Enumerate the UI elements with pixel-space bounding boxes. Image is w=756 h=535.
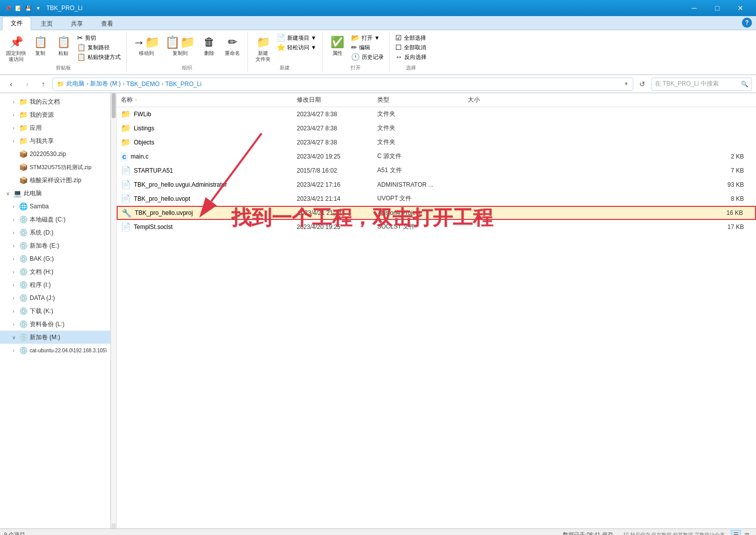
maximize-button[interactable]: □ [706,0,729,16]
sidebar-item-zip2[interactable]: 📦 STM32U575功耗测试.zip [0,161,110,174]
delete-button[interactable]: 🗑 删除 [198,33,220,57]
open-button[interactable]: 📂打开 ▼ [350,33,385,42]
sidebar-item-drive-k[interactable]: › 💿 下载 (K:) [0,304,110,318]
uvopt-icon: 📄 [121,194,131,203]
file-row-uvopt[interactable]: 📄 TBK_pro_hello.uvopt 2023/4/21 21:14 UV… [117,192,756,206]
path-segment-drive[interactable]: 新加卷 (M:) [90,80,121,88]
sidebar-item-drive-c[interactable]: › 💿 本地磁盘 (C:) [0,213,110,226]
new-folder-button[interactable]: 📁 新建文件夹 [252,33,274,63]
file-row-objects[interactable]: 📁 Objects 2023/4/27 8:38 文件夹 [117,135,756,149]
sidebar-scroll-thumb[interactable] [112,93,116,118]
back-button[interactable]: ‹ [4,77,18,91]
path-segment-pc[interactable]: 此电脑 [66,80,85,88]
minimize-button[interactable]: ─ [683,0,706,16]
tab-file[interactable]: 文件 [2,17,31,30]
drive-k-label: 下载 (K:) [30,307,53,316]
sidebar-item-drive-l[interactable]: › 💿 资料备份 (L:) [0,318,110,331]
open-small-buttons: 📂打开 ▼ ✏编辑 🕐历史记录 [350,33,385,61]
up-button[interactable]: ↑ [36,77,50,91]
sidebar-item-drive-g[interactable]: › 💿 BAK (G:) [0,252,110,265]
copy-icon: 📋 [34,34,47,50]
edit-button[interactable]: ✏编辑 [350,43,385,52]
sidebar-item-this-pc[interactable]: ∨ 💻 此电脑 [0,187,110,200]
uvproj-date: 2023/4/21 21:14 [298,209,378,216]
tab-share[interactable]: 共享 [62,17,92,30]
status-bar: 9 个项目 数据已于 08:41 保存 10 秒后保存 保存数据 校算数据 字数… [0,528,756,535]
sort-icon-name: ↑ [135,98,137,103]
startup-size: 7 KB [468,167,752,174]
file-row-soclst[interactable]: 📄 TemplSt.soclst 2023/4/20 19:25 SOCLST … [117,220,756,234]
file-row-listings[interactable]: 📁 Listings 2023/4/27 8:38 文件夹 [117,121,756,135]
new-small-buttons: 📄新建项目 ▼ ⭐轻松访问 ▼ [275,33,318,52]
sidebar-item-drive-i[interactable]: › 💿 程序 (I:) [0,278,110,291]
expand-icon: › [10,112,17,118]
title-dropdown-arrow[interactable]: ▼ [34,4,42,12]
sidebar-item-ubuntu[interactable]: › 💿 cat-ubuntu-22.04.0\192.168.3.105\ [0,344,110,357]
sidebar-item-drive-j[interactable]: › 💿 DATA (J:) [0,291,110,304]
sidebar-item-zip3[interactable]: 📦 核酸采样设计图.zip [0,174,110,187]
sidebar-item-drive-h[interactable]: › 💿 文档 (H:) [0,265,110,278]
sidebar-item-zip1[interactable]: 📦 20220530.zip [0,147,110,161]
cut-button[interactable]: ✂剪切 [75,33,122,42]
new-item-button[interactable]: 📄新建项目 ▼ [275,33,318,42]
paste-button[interactable]: 📋 粘贴 [52,33,74,57]
pin-quickaccess-button[interactable]: 📌 固定到快速访问 [4,33,28,63]
file-row-uvproj[interactable]: 🔧 TBK_pro_hello.uvproj 2023/4/21 21:14 碰… [117,206,756,220]
sidebar-item-apps[interactable]: › 📁 应用 [0,121,110,134]
rename-button[interactable]: ✏ 重命名 [221,33,243,57]
sidebar-scrollbar[interactable] [111,93,117,528]
sidebar-item-samba[interactable]: › 🌐 Samba [0,200,110,213]
path-dropdown-arrow[interactable]: ▼ [624,81,629,87]
sidebar-item-cloud-docs[interactable]: › 📁 我的云文档 [0,95,110,108]
help-button[interactable]: ? [742,18,752,28]
path-segment-pro[interactable]: TBK_PRO_Li [165,81,202,88]
list-view-button[interactable]: ☰ [731,530,741,536]
tab-view[interactable]: 查看 [93,17,122,30]
search-box[interactable]: 在 TBK_PRO_Li 中搜索 🔍 [651,78,752,91]
history-button[interactable]: 🕐历史记录 [350,52,385,61]
sidebar-item-drive-e[interactable]: › 💿 新加卷 (E:) [0,239,110,252]
sidebar-scroll-down[interactable] [112,523,116,528]
fwlib-type: 文件夹 [377,110,468,118]
paste-shortcut-button[interactable]: 📋粘贴快捷方式 [75,52,122,61]
file-row-main-c[interactable]: c main.c 2023/4/20 19:25 C 源文件 2 KB [117,149,756,164]
expand-icon: ∨ [10,335,17,340]
copy-path-button[interactable]: 📋复制路径 [75,43,122,52]
select-all-button[interactable]: ☑全部选择 [394,33,428,42]
deselect-all-button[interactable]: ☐全部取消 [394,43,428,52]
col-header-name[interactable]: 名称 ↑ [121,96,297,104]
easy-access-button[interactable]: ⭐轻松访问 ▼ [275,43,318,52]
close-button[interactable]: ✕ [729,0,752,16]
sidebar-item-my-resources[interactable]: › 📁 我的资源 [0,108,110,121]
sidebar-item-shared[interactable]: › 📁 与我共享 [0,134,110,147]
shared-label: 与我共享 [30,137,54,145]
file-row-uvgui[interactable]: 📄 TBK_pro_hello.uvgui.Administrator 2023… [117,178,756,192]
uvgui-type: ADMINISTRATOR ... [377,181,468,188]
col-header-type[interactable]: 类型 [377,96,468,104]
properties-button[interactable]: ✅ 属性 [326,33,349,57]
file-row-startup[interactable]: 📄 STARTUP.A51 2015/7/8 16:02 A51 文件 7 KB [117,164,756,178]
path-segment-demo[interactable]: TBK_DEMO [126,81,159,88]
status-save-text: 数据已于 08:41 保存 [563,531,613,535]
forward-button[interactable]: › [20,77,34,91]
invert-selection-button[interactable]: ↔反向选择 [394,52,428,61]
refresh-button[interactable]: ↺ [635,77,649,91]
file-list-container: 名称 ↑ 修改日期 类型 大小 📁 FWLib 2023/4/27 8:38 [117,93,756,528]
move-to-button[interactable]: →📁 移动到 [131,33,162,57]
address-bar: ‹ › ↑ 📁 此电脑 › 新加卷 (M:) › TBK_DEMO › TBK_… [0,75,756,93]
sidebar-item-drive-d[interactable]: › 💿 系统 (D:) [0,226,110,239]
expand-icon: › [10,256,17,262]
col-header-size[interactable]: 大小 [468,96,752,104]
copy-to-button[interactable]: 📋📁 复制到 [163,33,197,57]
tab-home[interactable]: 主页 [32,17,61,30]
detail-view-button[interactable]: ⊞ [742,530,752,536]
file-row-fwlib[interactable]: 📁 FWLib 2023/4/27 8:38 文件夹 [117,107,756,121]
address-path-box[interactable]: 📁 此电脑 › 新加卷 (M:) › TBK_DEMO › TBK_PRO_Li… [52,78,633,91]
uvgui-icon: 📄 [121,180,131,189]
col-header-date[interactable]: 修改日期 [297,96,377,104]
thispc-label: 此电脑 [24,189,42,198]
expand-icon: › [10,138,17,144]
copy-button[interactable]: 📋 复制 [29,33,51,57]
drive-h-label: 文档 (H:) [30,268,53,276]
sidebar-item-drive-m[interactable]: ∨ 💿 新加卷 (M:) [0,331,110,344]
